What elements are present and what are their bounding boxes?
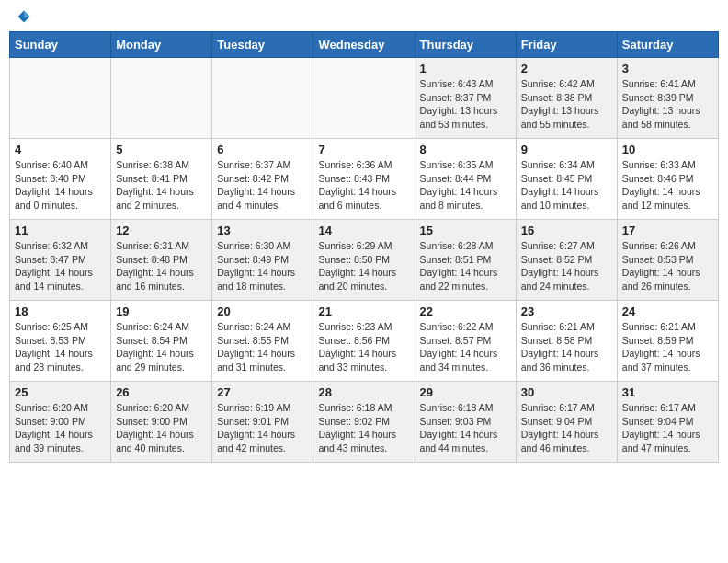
cell-info: Sunrise: 6:34 AMSunset: 8:45 PMDaylight:…	[521, 158, 612, 213]
daylight-text: Daylight: 14 hours	[521, 348, 599, 359]
calendar-cell	[212, 58, 313, 139]
day-number: 1	[420, 62, 511, 75]
cell-info: Sunrise: 6:30 AMSunset: 8:49 PMDaylight:…	[217, 239, 308, 293]
calendar-cell: 4Sunrise: 6:40 AMSunset: 8:40 PMDaylight…	[10, 139, 111, 220]
day-number: 28	[318, 385, 409, 399]
cell-info: Sunrise: 6:28 AMSunset: 8:51 PMDaylight:…	[420, 239, 511, 293]
day-number: 20	[217, 304, 308, 318]
sunset-text: Sunset: 9:02 PM	[318, 416, 390, 427]
sunrise-text: Sunrise: 6:25 AM	[15, 321, 88, 332]
day-number: 13	[217, 224, 308, 237]
daylight-text: and 58 minutes.	[622, 119, 691, 130]
weekday-header-monday: Monday	[111, 32, 212, 58]
sunrise-text: Sunrise: 6:21 AM	[521, 321, 595, 332]
sunset-text: Sunset: 8:44 PM	[420, 173, 492, 184]
sunset-text: Sunset: 8:46 PM	[622, 173, 694, 184]
sunset-text: Sunset: 8:53 PM	[622, 254, 694, 265]
sunset-text: Sunset: 8:38 PM	[521, 92, 593, 103]
calendar-cell: 31Sunrise: 6:17 AMSunset: 9:04 PMDayligh…	[617, 382, 718, 463]
sunrise-text: Sunrise: 6:34 AM	[521, 159, 595, 170]
sunrise-text: Sunrise: 6:43 AM	[420, 78, 494, 89]
calendar-cell	[111, 58, 212, 139]
daylight-text: and 42 minutes.	[217, 442, 286, 454]
sunset-text: Sunset: 8:53 PM	[15, 335, 86, 346]
calendar-cell: 9Sunrise: 6:34 AMSunset: 8:45 PMDaylight…	[516, 139, 617, 220]
daylight-text: and 33 minutes.	[318, 362, 387, 373]
day-number: 12	[116, 224, 207, 237]
sunset-text: Sunset: 8:54 PM	[116, 335, 188, 346]
daylight-text: and 16 minutes.	[116, 281, 185, 292]
sunset-text: Sunset: 8:50 PM	[318, 254, 390, 265]
cell-info: Sunrise: 6:36 AMSunset: 8:43 PMDaylight:…	[318, 158, 409, 213]
sunrise-text: Sunrise: 6:40 AM	[15, 159, 88, 170]
daylight-text: and 43 minutes.	[318, 442, 387, 454]
day-number: 6	[217, 143, 308, 156]
calendar-cell: 5Sunrise: 6:38 AMSunset: 8:41 PMDaylight…	[111, 139, 212, 220]
day-number: 4	[15, 143, 106, 156]
daylight-text: Daylight: 14 hours	[521, 429, 599, 440]
cell-info: Sunrise: 6:24 AMSunset: 8:54 PMDaylight:…	[116, 320, 207, 374]
cell-info: Sunrise: 6:40 AMSunset: 8:40 PMDaylight:…	[15, 158, 106, 213]
sunrise-text: Sunrise: 6:23 AM	[318, 321, 392, 332]
cell-info: Sunrise: 6:26 AMSunset: 8:53 PMDaylight:…	[622, 239, 713, 293]
daylight-text: and 22 minutes.	[420, 281, 489, 292]
sunset-text: Sunset: 8:48 PM	[116, 254, 188, 265]
calendar-cell: 7Sunrise: 6:36 AMSunset: 8:43 PMDaylight…	[313, 139, 415, 220]
sunset-text: Sunset: 8:37 PM	[420, 92, 492, 103]
calendar-cell: 26Sunrise: 6:20 AMSunset: 9:00 PMDayligh…	[111, 382, 212, 463]
cell-info: Sunrise: 6:17 AMSunset: 9:04 PMDaylight:…	[622, 401, 713, 455]
day-number: 5	[116, 143, 207, 156]
calendar-cell: 10Sunrise: 6:33 AMSunset: 8:46 PMDayligh…	[617, 139, 718, 220]
daylight-text: and 6 minutes.	[318, 200, 381, 211]
day-number: 18	[15, 304, 106, 318]
calendar-header-row: SundayMondayTuesdayWednesdayThursdayFrid…	[10, 32, 719, 58]
daylight-text: Daylight: 14 hours	[217, 267, 295, 278]
sunrise-text: Sunrise: 6:32 AM	[15, 240, 88, 251]
cell-info: Sunrise: 6:18 AMSunset: 9:03 PMDaylight:…	[420, 401, 511, 455]
calendar-cell: 11Sunrise: 6:32 AMSunset: 8:47 PMDayligh…	[10, 220, 111, 301]
page-header	[9, 9, 719, 24]
day-number: 14	[318, 224, 409, 237]
cell-info: Sunrise: 6:43 AMSunset: 8:37 PMDaylight:…	[420, 77, 511, 132]
weekday-header-wednesday: Wednesday	[313, 32, 415, 58]
daylight-text: and 18 minutes.	[217, 281, 286, 292]
daylight-text: Daylight: 14 hours	[116, 348, 194, 359]
daylight-text: and 37 minutes.	[622, 362, 691, 373]
calendar-cell: 24Sunrise: 6:21 AMSunset: 8:59 PMDayligh…	[617, 301, 718, 382]
sunset-text: Sunset: 8:55 PM	[217, 335, 289, 346]
sunrise-text: Sunrise: 6:20 AM	[116, 402, 189, 413]
sunrise-text: Sunrise: 6:17 AM	[521, 402, 595, 413]
sunrise-text: Sunrise: 6:41 AM	[622, 78, 696, 89]
daylight-text: and 44 minutes.	[420, 442, 489, 454]
day-number: 22	[420, 304, 511, 318]
sunrise-text: Sunrise: 6:36 AM	[318, 159, 392, 170]
sunset-text: Sunset: 8:43 PM	[318, 173, 390, 184]
cell-info: Sunrise: 6:20 AMSunset: 9:00 PMDaylight:…	[116, 401, 207, 455]
daylight-text: and 26 minutes.	[622, 281, 691, 292]
sunset-text: Sunset: 8:56 PM	[318, 335, 390, 346]
calendar-cell: 1Sunrise: 6:43 AMSunset: 8:37 PMDaylight…	[415, 58, 516, 139]
cell-info: Sunrise: 6:41 AMSunset: 8:39 PMDaylight:…	[622, 77, 713, 132]
daylight-text: and 24 minutes.	[521, 281, 590, 292]
calendar-cell: 27Sunrise: 6:19 AMSunset: 9:01 PMDayligh…	[212, 382, 313, 463]
calendar-row: 11Sunrise: 6:32 AMSunset: 8:47 PMDayligh…	[10, 220, 719, 301]
sunset-text: Sunset: 9:00 PM	[116, 416, 188, 427]
cell-info: Sunrise: 6:21 AMSunset: 8:59 PMDaylight:…	[622, 320, 713, 374]
day-number: 24	[622, 304, 713, 318]
daylight-text: Daylight: 14 hours	[116, 429, 194, 440]
daylight-text: and 31 minutes.	[217, 362, 286, 373]
daylight-text: Daylight: 14 hours	[217, 429, 295, 440]
day-number: 3	[622, 62, 713, 75]
sunset-text: Sunset: 8:41 PM	[116, 173, 188, 184]
daylight-text: and 29 minutes.	[116, 362, 185, 373]
calendar-cell	[313, 58, 415, 139]
weekday-header-tuesday: Tuesday	[212, 32, 313, 58]
calendar-cell: 6Sunrise: 6:37 AMSunset: 8:42 PMDaylight…	[212, 139, 313, 220]
daylight-text: Daylight: 14 hours	[622, 429, 700, 440]
daylight-text: and 39 minutes.	[15, 442, 84, 454]
daylight-text: Daylight: 14 hours	[116, 267, 194, 278]
sunrise-text: Sunrise: 6:19 AM	[217, 402, 290, 413]
sunrise-text: Sunrise: 6:18 AM	[420, 402, 494, 413]
daylight-text: Daylight: 14 hours	[420, 429, 498, 440]
daylight-text: Daylight: 14 hours	[15, 348, 93, 359]
